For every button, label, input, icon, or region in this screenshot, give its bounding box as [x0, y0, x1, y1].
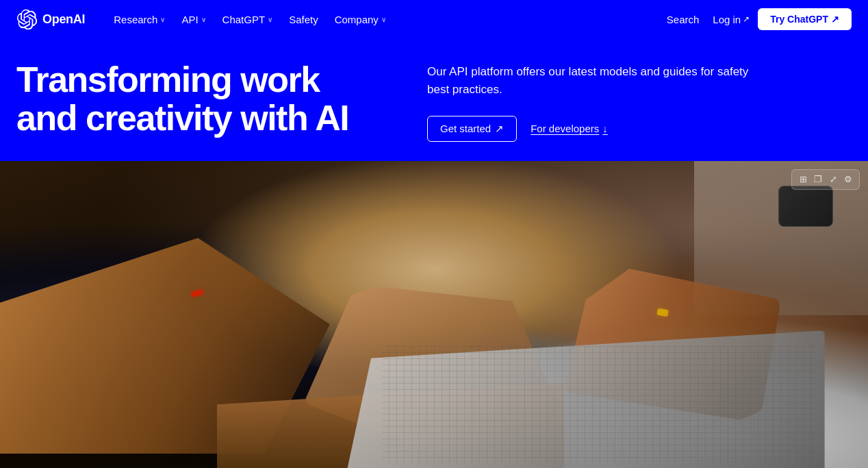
nav-actions: Search Log in ↗ Try ChatGPT ↗: [661, 8, 852, 30]
chevron-down-icon: ∨: [381, 16, 386, 23]
hero-description: Our API platform offers our latest model…: [427, 63, 756, 99]
for-developers-button[interactable]: For developers ↓: [531, 123, 608, 134]
openai-logo-icon: [16, 9, 37, 29]
nav-company[interactable]: Company ∨: [328, 10, 393, 29]
nav-safety[interactable]: Safety: [282, 10, 325, 29]
toolbar-settings-icon[interactable]: ⚙: [841, 173, 855, 186]
nav-chatgpt[interactable]: ChatGPT ∨: [216, 10, 280, 29]
nav-research[interactable]: Research ∨: [107, 10, 172, 29]
hero-section: Transforming work and creativity with AI…: [0, 38, 868, 161]
hero-image: ⊞ ❐ ⤢ ⚙: [0, 161, 868, 468]
chevron-down-icon: ∨: [201, 16, 206, 23]
navigation: OpenAI Research ∨ API ∨ ChatGPT ∨ Safety…: [0, 0, 868, 38]
phone-object: [778, 186, 833, 227]
hero-right: Our API platform offers our latest model…: [427, 60, 852, 142]
arrow-icon: ↗: [743, 14, 750, 24]
hero-cta-buttons: Get started ↗ For developers ↓: [427, 116, 852, 142]
toolbar-grid-icon[interactable]: ⊞: [796, 173, 810, 186]
hero-title: Transforming work and creativity with AI: [16, 60, 372, 137]
watch-yellow: [657, 308, 669, 317]
image-toolbar: ⊞ ❐ ⤢ ⚙: [791, 169, 860, 190]
photo-background: [0, 161, 868, 468]
try-chatgpt-button[interactable]: Try ChatGPT ↗: [758, 8, 852, 30]
logo[interactable]: OpenAI: [16, 9, 85, 29]
nav-api[interactable]: API ∨: [175, 10, 212, 29]
toolbar-copy-icon[interactable]: ❐: [811, 173, 825, 186]
hero-left: Transforming work and creativity with AI: [16, 60, 372, 137]
chevron-down-icon: ∨: [268, 16, 272, 23]
get-started-button[interactable]: Get started ↗: [427, 116, 517, 142]
arrow-icon: ↗: [831, 14, 839, 25]
nav-links: Research ∨ API ∨ ChatGPT ∨ Safety Compan…: [107, 10, 661, 29]
chevron-down-icon: ∨: [160, 16, 165, 23]
toolbar-expand-icon[interactable]: ⤢: [826, 173, 840, 186]
arrow-icon: ↗: [495, 123, 504, 135]
arrow-icon: ↓: [602, 123, 608, 134]
search-button[interactable]: Search: [661, 10, 705, 29]
brand-name: OpenAI: [42, 12, 85, 27]
laptop-keyboard: [382, 346, 816, 463]
login-button[interactable]: Log in ↗: [713, 14, 750, 25]
